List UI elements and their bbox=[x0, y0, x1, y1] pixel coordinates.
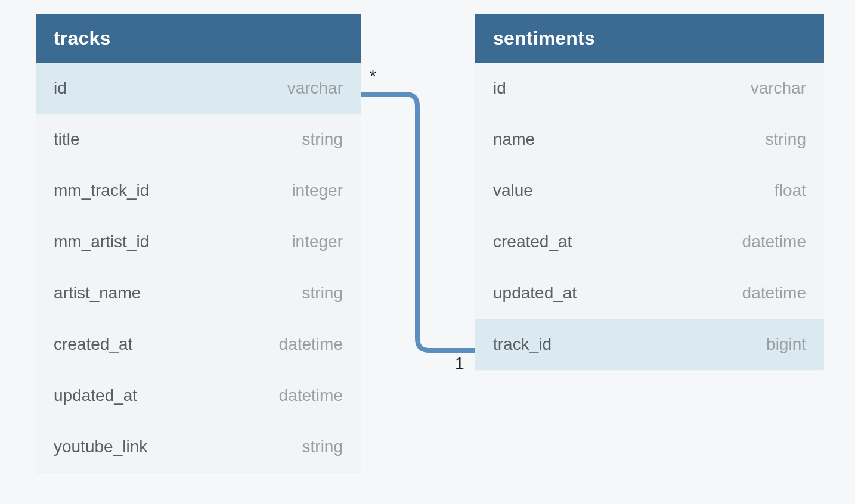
column-name: track_id bbox=[493, 335, 552, 354]
table-row[interactable]: created_at datetime bbox=[36, 319, 361, 370]
column-type: string bbox=[766, 130, 806, 149]
table-row[interactable]: mm_artist_id integer bbox=[36, 216, 361, 267]
column-type: string bbox=[302, 130, 343, 149]
column-type: integer bbox=[292, 232, 343, 251]
table-tracks-header: tracks bbox=[36, 14, 361, 63]
column-type: varchar bbox=[287, 79, 343, 98]
column-name: mm_artist_id bbox=[54, 232, 149, 251]
table-row[interactable]: track_id bigint bbox=[475, 319, 824, 370]
table-row[interactable]: created_at datetime bbox=[475, 216, 824, 267]
column-type: bigint bbox=[766, 335, 806, 354]
column-type: float bbox=[775, 181, 806, 200]
column-name: mm_track_id bbox=[54, 181, 149, 200]
table-row[interactable]: artist_name string bbox=[36, 267, 361, 319]
table-row[interactable]: value float bbox=[475, 165, 824, 216]
column-name: value bbox=[493, 181, 533, 200]
table-row[interactable]: title string bbox=[36, 114, 361, 165]
column-name: id bbox=[493, 79, 506, 98]
column-name: youtube_link bbox=[54, 437, 147, 456]
column-name: updated_at bbox=[493, 284, 577, 303]
column-type: integer bbox=[292, 181, 343, 200]
table-row[interactable]: youtube_link string bbox=[36, 421, 361, 472]
table-row[interactable]: mm_track_id integer bbox=[36, 165, 361, 216]
table-row[interactable]: id varchar bbox=[475, 63, 824, 114]
table-sentiments[interactable]: sentiments id varchar name string value … bbox=[475, 14, 824, 370]
cardinality-from: * bbox=[370, 67, 376, 86]
column-type: datetime bbox=[279, 335, 343, 354]
table-row[interactable]: updated_at datetime bbox=[36, 370, 361, 421]
table-row[interactable]: name string bbox=[475, 114, 824, 165]
column-name: created_at bbox=[54, 335, 132, 354]
column-type: datetime bbox=[742, 284, 806, 303]
column-name: updated_at bbox=[54, 386, 137, 405]
column-name: artist_name bbox=[54, 284, 141, 303]
cardinality-to: 1 bbox=[455, 354, 464, 373]
column-type: datetime bbox=[742, 232, 806, 251]
er-diagram-canvas: * 1 tracks id varchar title string mm_tr… bbox=[0, 0, 855, 504]
column-type: string bbox=[302, 437, 343, 456]
table-row[interactable]: updated_at datetime bbox=[475, 267, 824, 319]
table-row[interactable]: id varchar bbox=[36, 63, 361, 114]
column-type: string bbox=[302, 284, 343, 303]
table-sentiments-header: sentiments bbox=[475, 14, 824, 63]
column-name: title bbox=[54, 130, 80, 149]
column-name: name bbox=[493, 130, 535, 149]
column-name: id bbox=[54, 79, 67, 98]
column-type: varchar bbox=[751, 79, 806, 98]
table-tracks[interactable]: tracks id varchar title string mm_track_… bbox=[36, 14, 361, 472]
column-name: created_at bbox=[493, 232, 572, 251]
column-type: datetime bbox=[279, 386, 343, 405]
